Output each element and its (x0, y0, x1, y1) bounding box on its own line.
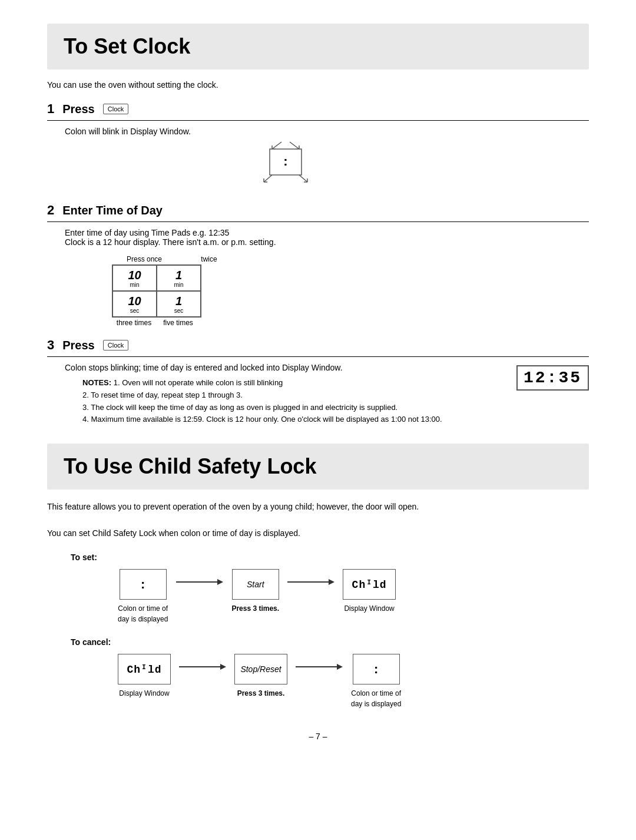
step1-display: : (259, 141, 312, 187)
arrow1-svg (176, 576, 223, 588)
timepad-10min-unit: min (130, 282, 139, 288)
timepad-cell-10min: 10 min (112, 265, 157, 291)
notes-intro: NOTES: 1. Oven will not operate while co… (82, 377, 493, 389)
step3-main: Colon stops blinking; time of day is ent… (65, 363, 493, 372)
cancel-box3: : (353, 654, 400, 684)
timepad-cell-1sec: 1 sec (157, 291, 201, 317)
cancel-step3: : Colon or time of day is displayed (351, 654, 401, 708)
step1-header: 1 Press Clock (47, 101, 589, 121)
section2-title: To Use Child Safety Lock (64, 454, 572, 479)
step3-body-row: Colon stops blinking; time of day is ent… (65, 363, 589, 426)
step1-clock-button: Clock (103, 104, 129, 114)
timepad-1min-num: 1 (175, 269, 182, 282)
note4: 4. Maximum time available is 12:59. Cloc… (82, 414, 493, 426)
step2-line2: Clock is a 12 hour display. There isn't … (65, 237, 589, 247)
timepad-section: Press once twice 10 min 1 min 10 sec 1 (65, 255, 589, 327)
section1-intro: You can use the oven without setting the… (47, 80, 589, 90)
set-arrow1 (176, 569, 223, 588)
step3-header: 3 Press Clock (47, 338, 589, 357)
svg-line-11 (299, 175, 307, 182)
timepad-cell-10sec: 10 sec (112, 291, 157, 317)
svg-marker-15 (217, 579, 223, 585)
set-box1-label2: day is displayed (118, 615, 168, 623)
set-box1: : (120, 569, 167, 600)
svg-text::: : (283, 154, 287, 168)
cancel-box2-label: Press 3 times. (237, 689, 285, 697)
step1-display-svg: : (259, 141, 312, 186)
step1-title: Press (62, 102, 95, 116)
step2: 2 Enter Time of Day Enter time of day us… (47, 203, 589, 327)
step3-display-window: 12:35 (516, 365, 589, 391)
step2-line1: Enter time of day using Time Pads e.g. 1… (65, 228, 589, 237)
timepad-10sec-num: 10 (128, 295, 141, 307)
press-once-label: Press once (112, 255, 177, 263)
cancel-box3-label2: day is displayed (351, 700, 401, 708)
cancel-box3-text: : (374, 662, 378, 677)
svg-marker-17 (329, 579, 334, 585)
timepad-cell-1min: 1 min (157, 265, 201, 291)
step3-text: Colon stops blinking; time of day is ent… (65, 363, 493, 426)
step3-clock-button: Clock (103, 340, 129, 350)
note1: 1. Oven will not operate while colon is … (114, 378, 283, 387)
set-box2: Start (232, 569, 279, 600)
set-step3: Chᴵld Display Window (343, 569, 396, 613)
step3-title: Press (62, 339, 95, 352)
svg-marker-21 (337, 664, 343, 670)
to-cancel-label: To cancel: (71, 637, 589, 647)
notes-section: NOTES: 1. Oven will not operate while co… (65, 377, 493, 426)
display-1235: 12:35 (516, 365, 589, 391)
svg-line-8 (264, 175, 272, 182)
step3-number: 3 (47, 338, 54, 353)
cancel-box2: Stop/Reset (234, 654, 287, 684)
to-set-section: To set: : Colon or time of day is displa… (71, 553, 589, 623)
step3: 3 Press Clock Colon stops blinking; time… (47, 338, 589, 426)
note3: 3. The clock will keep the time of day a… (82, 402, 493, 414)
section2-header: To Use Child Safety Lock (47, 444, 589, 490)
set-box1-label1: Colon or time of (118, 604, 168, 613)
step1-number: 1 (47, 101, 54, 117)
cancel-flow-row: Chᴵld Display Window Stop/Reset Press 3 … (118, 654, 589, 708)
section2-intro1: This feature allows you to prevent opera… (47, 500, 589, 513)
cancel-step2: Stop/Reset Press 3 times. (234, 654, 287, 697)
step3-body: Colon stops blinking; time of day is ent… (47, 363, 589, 426)
cancel-box1-text: Chᴵld (127, 663, 161, 676)
to-cancel-section: To cancel: Chᴵld Display Window Stop/Res… (71, 637, 589, 708)
set-box3-label: Display Window (344, 604, 394, 613)
svg-line-0 (290, 142, 299, 149)
svg-line-3 (272, 142, 281, 149)
timepad-1sec-num: 1 (175, 295, 182, 307)
set-box2-label: Press 3 times. (231, 604, 279, 613)
section1-title: To Set Clock (64, 34, 572, 59)
set-box3: Chᴵld (343, 569, 396, 600)
to-set-label: To set: (71, 553, 589, 562)
note2: 2. To reset time of day, repeat step 1 t… (82, 389, 493, 402)
section1-header: To Set Clock (47, 24, 589, 70)
page-number: – 7 – (309, 732, 327, 741)
timepad-grid: 10 min 1 min 10 sec 1 sec (112, 264, 201, 318)
three-times-label: three times (112, 319, 156, 327)
set-arrow2 (287, 569, 334, 588)
timepad-1min-unit: min (174, 282, 183, 288)
cancel-arrow1-svg (179, 661, 226, 673)
timepad-10sec-unit: sec (130, 307, 140, 314)
set-step1: : Colon or time of day is displayed (118, 569, 168, 623)
page-footer: – 7 – (47, 732, 589, 741)
cancel-box1-label: Display Window (119, 689, 169, 697)
set-flow-row: : Colon or time of day is displayed Star… (118, 569, 589, 623)
set-box1-text: : (141, 577, 145, 592)
timepad-10min-num: 10 (128, 269, 141, 282)
cancel-arrow1 (179, 654, 226, 673)
step1-description: Colon will blink in Display Window. (65, 127, 589, 136)
five-times-label: five times (156, 319, 200, 327)
step1-body: Colon will blink in Display Window. : (47, 127, 589, 192)
notes-label: NOTES: (82, 378, 111, 387)
svg-marker-19 (220, 664, 226, 670)
timepad-bottom-labels: three times five times (112, 319, 589, 327)
step2-header: 2 Enter Time of Day (47, 203, 589, 222)
cancel-box2-text: Stop/Reset (240, 664, 281, 674)
set-step2: Start Press 3 times. (231, 569, 279, 613)
set-box2-text: Start (247, 580, 264, 589)
step2-body: Enter time of day using Time Pads e.g. 1… (47, 228, 589, 327)
timepad-label-row: Press once twice (112, 255, 589, 263)
timepad-1sec-unit: sec (174, 307, 184, 314)
